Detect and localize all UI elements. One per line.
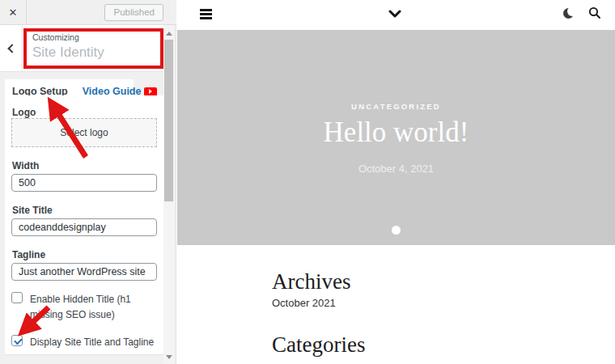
preview-header <box>177 0 615 30</box>
hidden-title-checkbox[interactable] <box>11 292 23 303</box>
scroll-down-icon[interactable] <box>166 355 172 359</box>
close-icon: ✕ <box>9 6 18 19</box>
menu-icon[interactable] <box>200 9 212 22</box>
post-title-link[interactable]: Hello world! <box>177 116 615 149</box>
youtube-icon <box>144 87 157 96</box>
customizing-label: Customizing <box>32 32 104 42</box>
search-icon[interactable] <box>588 6 601 19</box>
close-customizer-button[interactable]: ✕ <box>0 0 27 24</box>
tagline-label: Tagline <box>12 249 45 260</box>
width-label: Width <box>12 160 39 171</box>
display-title-checkbox-label: Display Site Title and Tagline <box>30 335 154 350</box>
hero-slider: UNCATEGORIZED Hello world! October 4, 20… <box>177 30 615 245</box>
archives-item-link[interactable]: October 2021 <box>272 297 336 309</box>
display-title-checkbox-row: Display Site Title and Tagline <box>11 335 154 350</box>
logo-setup-card: Logo Select logo Width Site Title Taglin… <box>5 95 164 355</box>
post-category-link[interactable]: UNCATEGORIZED <box>177 102 615 111</box>
tagline-input[interactable] <box>11 263 157 281</box>
post-date: October 4, 2021 <box>177 163 615 175</box>
wordpress-customizer-screen: ✕ Published Customizing Site Identity Lo… <box>0 0 615 364</box>
section-title: Site Identity <box>32 44 104 61</box>
logo-label: Logo <box>12 107 36 118</box>
dark-mode-moon-icon[interactable] <box>562 6 576 21</box>
back-button[interactable] <box>0 25 23 72</box>
published-button[interactable]: Published <box>104 4 163 21</box>
section-header-text: Customizing Site Identity <box>32 32 104 61</box>
hidden-title-checkbox-label: Enable Hidden Title (h1 missing SEO issu… <box>30 292 158 322</box>
site-title-label: Site Title <box>12 205 53 216</box>
slider-dot[interactable] <box>392 226 401 235</box>
customizer-topbar: ✕ Published <box>0 0 176 25</box>
width-input[interactable] <box>11 174 157 192</box>
display-title-checkbox[interactable] <box>11 335 23 346</box>
customizer-panel: ✕ Published Customizing Site Identity Lo… <box>0 0 176 364</box>
site-title-input[interactable] <box>11 218 157 236</box>
back-chevron-icon <box>7 44 16 53</box>
scrollbar-thumb[interactable] <box>164 40 173 201</box>
chevron-down-icon[interactable] <box>388 10 401 18</box>
archives-heading: Archives <box>272 269 350 294</box>
select-logo-button[interactable]: Select logo <box>11 118 157 147</box>
site-preview: UNCATEGORIZED Hello world! October 4, 20… <box>177 0 615 364</box>
panel-scrollbar[interactable] <box>163 25 174 364</box>
hidden-title-checkbox-row: Enable Hidden Title (h1 missing SEO issu… <box>11 292 158 322</box>
scroll-up-icon[interactable] <box>166 32 172 36</box>
section-header: Customizing Site Identity <box>0 25 164 72</box>
categories-heading: Categories <box>272 332 365 358</box>
